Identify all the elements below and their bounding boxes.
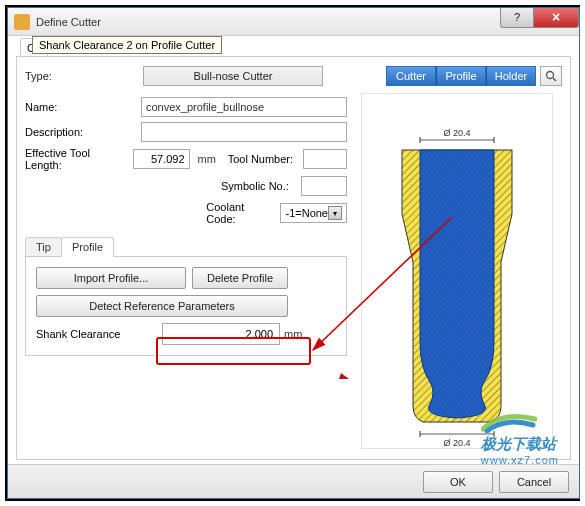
- view-segment: Cutter Profile Holder: [386, 66, 536, 86]
- seg-cutter[interactable]: Cutter: [386, 66, 436, 86]
- tooltip: Shank Clearance 2 on Profile Cutter: [32, 36, 222, 54]
- profile-subpanel: Import Profile... Delete Profile Detect …: [25, 256, 347, 356]
- help-button[interactable]: ?: [500, 8, 534, 28]
- form-left: Name: convex_profile_bullnose Descriptio…: [25, 97, 347, 356]
- symbolic-label: Symbolic No.:: [221, 180, 297, 192]
- name-label: Name:: [25, 101, 135, 113]
- shank-clearance-label: Shank Clearance: [36, 328, 162, 340]
- dialog-footer: OK Cancel: [8, 464, 579, 498]
- etl-input[interactable]: 57.092: [133, 149, 190, 169]
- cancel-button[interactable]: Cancel: [499, 471, 569, 493]
- window-title: Define Cutter: [36, 16, 101, 28]
- seg-profile[interactable]: Profile: [436, 66, 486, 86]
- type-value: Bull-nose Cutter: [194, 70, 273, 82]
- dim-bottom: Ø 20.4: [443, 438, 470, 448]
- coolant-value: -1=None: [285, 207, 328, 219]
- titlebar: Define Cutter ? ×: [8, 8, 579, 36]
- cutter-diagram: Ø 20.4 Ø 20.4: [362, 94, 552, 462]
- magnify-icon: [545, 70, 557, 82]
- description-label: Description:: [25, 126, 135, 138]
- coolant-label: Coolant Code:: [206, 201, 276, 225]
- toolnum-label: Tool Number:: [228, 153, 300, 165]
- description-input[interactable]: [141, 122, 347, 142]
- etl-label: Effective Tool Length:: [25, 147, 129, 171]
- seg-holder[interactable]: Holder: [486, 66, 536, 86]
- coolant-select[interactable]: -1=None ▾: [280, 203, 347, 223]
- shank-clearance-input[interactable]: 2.000: [162, 323, 280, 345]
- define-cutter-window: Define Cutter ? × Cu Shank Clearance 2 o…: [7, 7, 580, 499]
- shank-unit: mm: [284, 328, 302, 340]
- svg-line-1: [553, 78, 556, 81]
- app-icon: [14, 14, 30, 30]
- ok-button[interactable]: OK: [423, 471, 493, 493]
- chevron-down-icon: ▾: [328, 206, 342, 220]
- preview-pane: Ø 20.4 Ø 20.4: [361, 93, 553, 449]
- svg-point-0: [547, 72, 554, 79]
- import-profile-button[interactable]: Import Profile...: [36, 267, 186, 289]
- type-dropdown[interactable]: Bull-nose Cutter: [143, 66, 323, 86]
- toolnum-input[interactable]: [303, 149, 347, 169]
- type-label: Type:: [25, 70, 143, 82]
- main-panel: Type: Bull-nose Cutter Cutter Profile Ho…: [16, 56, 571, 460]
- symbolic-input[interactable]: [301, 176, 347, 196]
- dim-top: Ø 20.4: [443, 128, 470, 138]
- name-input[interactable]: convex_profile_bullnose: [141, 97, 347, 117]
- close-button[interactable]: ×: [533, 8, 579, 28]
- detect-reference-button[interactable]: Detect Reference Parameters: [36, 295, 288, 317]
- magnify-button[interactable]: [540, 66, 562, 86]
- etl-unit: mm: [198, 153, 216, 165]
- subtab-tip[interactable]: Tip: [25, 237, 62, 257]
- subtab-profile[interactable]: Profile: [61, 237, 114, 257]
- delete-profile-button[interactable]: Delete Profile: [192, 267, 288, 289]
